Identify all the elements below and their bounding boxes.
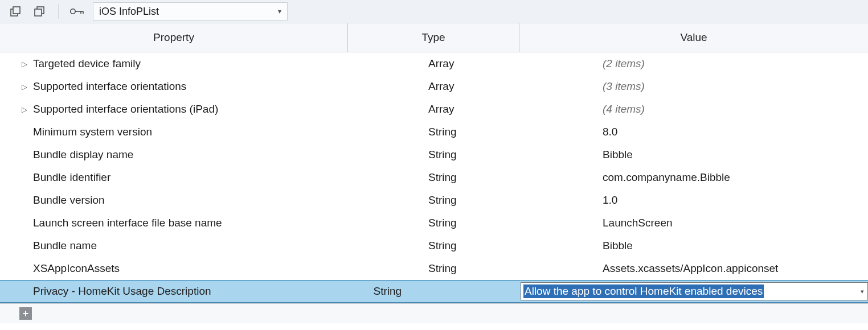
plist-row[interactable]: ▷Bundle identifierStringcom.companyname.… — [0, 166, 868, 189]
property-cell[interactable]: ▷XSAppIconAssets — [0, 257, 367, 280]
property-cell[interactable]: ▷Supported interface orientations — [0, 75, 367, 98]
property-cell[interactable]: ▷Privacy - HomeKit Usage Description — [0, 280, 312, 303]
expand-all-button[interactable] — [8, 3, 24, 19]
type-cell[interactable]: String — [367, 257, 599, 280]
column-header-type[interactable]: Type — [348, 23, 519, 52]
value-cell[interactable]: Assets.xcassets/AppIcon.appiconset — [599, 257, 868, 280]
type-cell[interactable]: Array — [367, 75, 599, 98]
column-header-value-label: Value — [680, 31, 707, 44]
plist-row[interactable]: ▷Targeted device familyArray(2 items) — [0, 52, 868, 75]
key-button[interactable] — [69, 3, 85, 19]
stack-icon — [34, 6, 46, 16]
plist-selector-label: iOS InfoPList — [99, 6, 159, 18]
property-cell[interactable]: ▷Bundle name — [0, 234, 367, 257]
plist-row[interactable]: ▷Minimum system versionString8.0 — [0, 121, 868, 143]
plist-row[interactable]: ▷Supported interface orientations (iPad)… — [0, 98, 868, 121]
value-cell[interactable]: LaunchScreen — [599, 212, 868, 234]
plist-row[interactable]: ▷Supported interface orientationsArray(3… — [0, 75, 868, 98]
expand-arrow-icon[interactable]: ▷ — [19, 82, 30, 91]
plist-selector-dropdown[interactable]: iOS InfoPList ▾ — [93, 2, 288, 20]
value-cell[interactable]: Bibble — [599, 143, 868, 166]
add-row-button[interactable]: + — [19, 307, 32, 320]
type-value: String — [428, 217, 457, 229]
value-text: Assets.xcassets/AppIcon.appiconset — [603, 262, 778, 275]
property-name: Bundle identifier — [33, 171, 110, 184]
plist-row[interactable]: ▷Bundle display nameStringBibble — [0, 143, 868, 166]
property-cell[interactable]: ▷Targeted device family — [0, 52, 367, 75]
value-text: (2 items) — [603, 57, 645, 70]
plist-row[interactable]: ▷Bundle versionString1.0 — [0, 189, 868, 212]
type-cell[interactable]: Array — [367, 98, 599, 121]
value-text: 1.0 — [603, 194, 617, 207]
column-header-property-label: Property — [153, 31, 194, 44]
value-cell[interactable]: 8.0 — [599, 121, 868, 143]
property-name: Bundle display name — [33, 148, 133, 161]
type-value: String — [373, 285, 402, 298]
property-name: Minimum system version — [33, 126, 152, 138]
toolbar: iOS InfoPList ▾ — [0, 0, 868, 23]
property-cell[interactable]: ▷Launch screen interface file base name — [0, 212, 367, 234]
property-name: Privacy - HomeKit Usage Description — [33, 285, 211, 298]
value-cell[interactable]: (3 items) — [599, 75, 868, 98]
value-cell[interactable]: (4 items) — [599, 98, 868, 121]
property-cell[interactable]: ▷Minimum system version — [0, 121, 367, 143]
property-name: Supported interface orientations — [33, 80, 186, 93]
type-cell[interactable]: String — [367, 189, 599, 212]
type-value: String — [428, 194, 457, 207]
type-cell[interactable]: String — [367, 143, 599, 166]
type-value: String — [428, 126, 457, 138]
column-header-property[interactable]: Property — [0, 23, 348, 52]
type-cell[interactable]: String — [312, 280, 517, 303]
svg-rect-1 — [13, 7, 20, 14]
type-cell[interactable]: String — [367, 212, 599, 234]
value-editor-text: Allow the app to control HomeKit enabled… — [523, 284, 764, 298]
value-editor-dropdown[interactable]: Allow the app to control HomeKit enabled… — [521, 282, 868, 300]
property-cell[interactable]: ▷Bundle identifier — [0, 166, 367, 189]
expand-arrow-icon[interactable]: ▷ — [19, 105, 30, 114]
property-name: XSAppIconAssets — [33, 262, 120, 275]
plist-rows: ▷Targeted device familyArray(2 items)▷Su… — [0, 52, 868, 303]
value-text: com.companyname.Bibble — [603, 171, 730, 184]
column-header-value[interactable]: Value — [519, 23, 868, 52]
type-value: String — [428, 171, 457, 184]
value-text: (4 items) — [603, 103, 645, 116]
plist-row[interactable]: ▷XSAppIconAssetsStringAssets.xcassets/Ap… — [0, 257, 868, 280]
property-name: Bundle version — [33, 194, 105, 207]
value-cell[interactable]: com.companyname.Bibble — [599, 166, 868, 189]
toolbar-separator — [58, 4, 59, 19]
collapse-all-button[interactable] — [32, 3, 48, 19]
stack-icon — [10, 6, 22, 16]
type-value: String — [428, 148, 457, 161]
type-cell[interactable]: String — [367, 121, 599, 143]
plist-row[interactable]: ▷Bundle nameStringBibble — [0, 234, 868, 257]
type-cell[interactable]: String — [367, 234, 599, 257]
footer: + — [0, 303, 868, 323]
type-value: String — [428, 240, 457, 252]
property-cell[interactable]: ▷Bundle version — [0, 189, 367, 212]
expand-arrow-icon[interactable]: ▷ — [19, 60, 30, 68]
type-value: Array — [428, 103, 454, 116]
value-text: Bibble — [603, 240, 633, 252]
value-cell[interactable]: Allow the app to control HomeKit enabled… — [517, 280, 868, 303]
value-text: 8.0 — [603, 126, 617, 138]
value-cell[interactable]: Bibble — [599, 234, 868, 257]
value-cell[interactable]: 1.0 — [599, 189, 868, 212]
type-cell[interactable]: String — [367, 166, 599, 189]
key-icon — [69, 7, 84, 15]
property-name: Bundle name — [33, 240, 97, 252]
svg-rect-3 — [35, 9, 42, 16]
property-cell[interactable]: ▷Supported interface orientations (iPad) — [0, 98, 367, 121]
type-cell[interactable]: Array — [367, 52, 599, 75]
property-cell[interactable]: ▷Bundle display name — [0, 143, 367, 166]
value-text: LaunchScreen — [603, 217, 673, 229]
property-name: Supported interface orientations (iPad) — [33, 103, 218, 116]
value-cell[interactable]: (2 items) — [599, 52, 868, 75]
plist-row[interactable]: ▷Launch screen interface file base nameS… — [0, 212, 868, 234]
type-value: Array — [428, 80, 454, 93]
type-value: Array — [428, 57, 454, 70]
value-text: Bibble — [603, 148, 633, 161]
plist-row[interactable]: ▷Privacy - HomeKit Usage DescriptionStri… — [0, 280, 868, 303]
chevron-down-icon: ▾ — [278, 7, 281, 15]
column-header-type-label: Type — [421, 31, 445, 44]
property-name: Launch screen interface file base name — [33, 217, 222, 229]
